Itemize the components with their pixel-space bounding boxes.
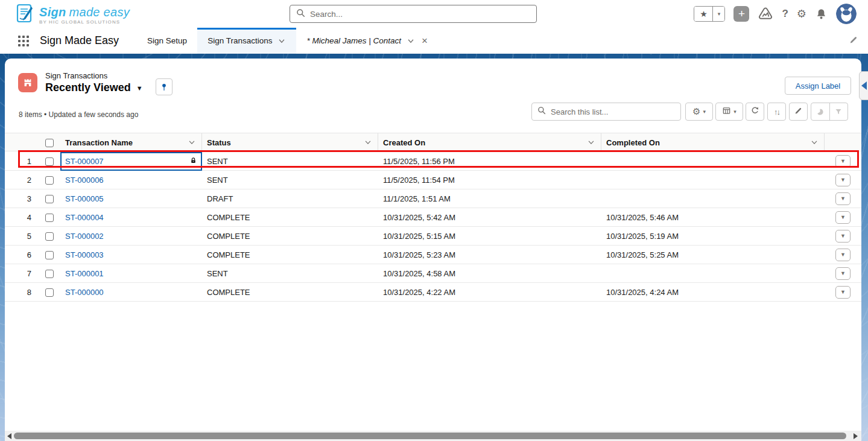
- guidance-center-icon[interactable]: [758, 7, 773, 21]
- pin-list-button[interactable]: [156, 78, 173, 95]
- transaction-name-cell[interactable]: ST-000004: [60, 208, 202, 227]
- table-row: 2 ST-000006 SENT 11/5/2025, 11:54 PM ▼: [5, 171, 861, 189]
- display-as-button[interactable]: ▾: [715, 103, 743, 121]
- tab-sign-transactions[interactable]: Sign Transactions: [197, 28, 296, 54]
- created-on-cell: 10/31/2025, 5:23 AM: [378, 246, 601, 264]
- notifications-bell-icon[interactable]: [815, 7, 828, 21]
- row-actions-button[interactable]: ▼: [835, 230, 851, 243]
- gear-icon: ⚙: [692, 106, 700, 117]
- transaction-name-cell[interactable]: ST-000005: [60, 189, 202, 208]
- edit-navigation-pencil-icon[interactable]: [849, 35, 858, 47]
- chevron-down-icon[interactable]: [407, 37, 415, 45]
- transaction-name-cell[interactable]: ST-000000: [60, 283, 202, 302]
- app-launcher-icon[interactable]: [18, 36, 29, 46]
- setup-gear-icon[interactable]: ⚙: [797, 7, 806, 21]
- transaction-name-cell[interactable]: ST-000002: [60, 227, 202, 246]
- transaction-name-link[interactable]: ST-000006: [65, 176, 104, 185]
- row-checkbox[interactable]: [39, 189, 60, 208]
- favorites-dropdown-button[interactable]: ▾: [712, 7, 724, 21]
- transaction-name-link[interactable]: ST-000005: [65, 194, 104, 203]
- table-row: 5 ST-000002 COMPLETE 10/31/2025, 5:15 AM…: [5, 227, 861, 246]
- assign-label-button[interactable]: Assign Label: [785, 77, 851, 95]
- column-header-completed-on[interactable]: Completed On: [601, 133, 825, 152]
- global-actions-button[interactable]: +: [733, 6, 749, 22]
- filter-button[interactable]: [829, 103, 848, 120]
- chevron-left-icon: [861, 81, 867, 90]
- scroll-left-arrow[interactable]: [7, 433, 11, 439]
- inline-edit-button[interactable]: [789, 103, 808, 121]
- row-actions-button[interactable]: ▼: [835, 155, 851, 168]
- transaction-name-cell[interactable]: ST-000003: [60, 246, 202, 264]
- row-actions-cell: ▼: [825, 246, 861, 264]
- list-search[interactable]: [531, 103, 681, 121]
- row-number-header: [5, 133, 39, 152]
- row-checkbox[interactable]: [39, 208, 60, 227]
- refresh-button[interactable]: [746, 103, 764, 121]
- charts-button[interactable]: [811, 103, 829, 120]
- scrollbar-thumb[interactable]: [14, 433, 846, 439]
- column-header-status[interactable]: Status: [202, 133, 378, 152]
- completed-on-cell: [601, 189, 825, 208]
- transaction-name-link[interactable]: ST-000000: [65, 288, 104, 297]
- chevron-down-icon[interactable]: [364, 138, 372, 147]
- row-actions-cell: ▼: [825, 208, 861, 227]
- list-view-selector[interactable]: Recently Viewed ▼: [45, 81, 143, 94]
- status-cell: COMPLETE: [202, 283, 378, 302]
- row-actions-cell: ▼: [825, 171, 861, 189]
- row-actions-button[interactable]: ▼: [835, 286, 851, 299]
- row-number: 5: [5, 227, 39, 246]
- horizontal-scrollbar[interactable]: [5, 431, 861, 441]
- row-actions-button[interactable]: ▼: [835, 211, 851, 224]
- transaction-name-link[interactable]: ST-000003: [65, 250, 104, 259]
- transaction-name-cell[interactable]: ST-000006: [60, 171, 202, 189]
- view-name[interactable]: Recently Viewed: [45, 81, 131, 94]
- row-actions-button[interactable]: ▼: [835, 267, 851, 280]
- row-checkbox[interactable]: [39, 227, 60, 246]
- row-actions-button[interactable]: ▼: [835, 249, 851, 261]
- chart-filter-group: [811, 103, 848, 121]
- pencil-icon: [794, 106, 803, 117]
- select-all-checkbox[interactable]: [39, 133, 60, 152]
- list-search-input[interactable]: [551, 107, 675, 116]
- created-on-cell: 10/31/2025, 4:58 AM: [378, 264, 601, 283]
- view-dropdown-icon[interactable]: ▼: [136, 84, 143, 92]
- column-header-transaction-name[interactable]: Transaction Name: [60, 133, 202, 152]
- sort-button[interactable]: ↑↓: [767, 103, 786, 121]
- side-panel-toggle[interactable]: [859, 71, 868, 100]
- created-on-cell: 11/5/2025, 11:54 PM: [378, 171, 601, 189]
- transaction-name-link[interactable]: ST-000001: [65, 269, 104, 278]
- list-view-controls-button[interactable]: ⚙ ▾: [685, 103, 713, 121]
- row-number: 8: [5, 283, 39, 302]
- global-header: Signmade easy BY HIC GLOBAL SOLUTIONS ★ …: [0, 0, 868, 28]
- global-search[interactable]: [290, 5, 537, 23]
- actions-column-header: [825, 133, 861, 152]
- user-avatar[interactable]: [836, 4, 857, 24]
- transaction-name-link[interactable]: ST-000007: [65, 157, 104, 166]
- row-actions-button[interactable]: ▼: [835, 192, 851, 205]
- column-header-created-on[interactable]: Created On: [378, 133, 601, 152]
- chevron-down-icon[interactable]: [188, 138, 196, 147]
- global-search-input[interactable]: [310, 10, 530, 19]
- row-checkbox[interactable]: [39, 171, 60, 189]
- tab-close-icon[interactable]: ×: [422, 35, 428, 47]
- row-checkbox[interactable]: [39, 283, 60, 302]
- transaction-name-link[interactable]: ST-000004: [65, 213, 104, 222]
- transaction-name-cell[interactable]: ST-000007: [60, 152, 202, 171]
- logo-document-icon: [16, 3, 35, 27]
- row-checkbox[interactable]: [39, 152, 60, 171]
- row-checkbox[interactable]: [39, 246, 60, 264]
- favorites-star-button[interactable]: ★: [694, 7, 712, 21]
- chevron-down-icon[interactable]: [810, 138, 819, 147]
- row-actions-button[interactable]: ▼: [835, 174, 851, 186]
- row-actions-cell: ▼: [825, 264, 861, 283]
- chevron-down-icon[interactable]: [277, 37, 286, 45]
- transaction-name-cell[interactable]: ST-000001: [60, 264, 202, 283]
- chevron-down-icon[interactable]: [587, 138, 595, 147]
- row-checkbox[interactable]: [39, 264, 60, 283]
- help-icon[interactable]: ?: [782, 8, 788, 20]
- scroll-right-arrow[interactable]: [854, 433, 858, 439]
- tab-contact-record[interactable]: * Micheal James | Contact ×: [296, 28, 438, 54]
- tab-sign-setup[interactable]: Sign Setup: [137, 28, 197, 54]
- completed-on-cell: [601, 152, 825, 171]
- transaction-name-link[interactable]: ST-000002: [65, 232, 104, 241]
